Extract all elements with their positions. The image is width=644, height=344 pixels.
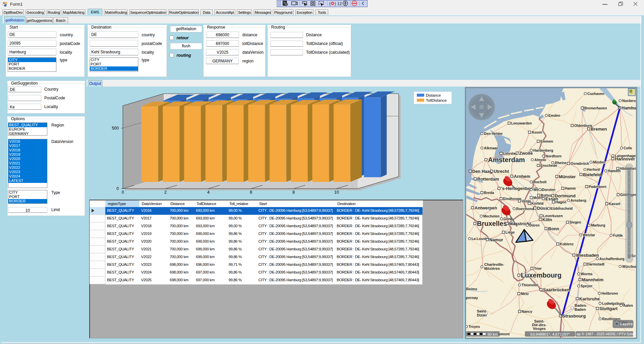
svg-text:Osnabrück: Osnabrück [571, 161, 589, 165]
svg-text:Liège: Liège [505, 230, 515, 234]
svg-text:Münster: Münster [559, 174, 576, 179]
svg-text:Hardenberg: Hardenberg [533, 148, 553, 152]
svg-text:0: 0 [122, 190, 124, 195]
svg-text:Saint-: Saint- [477, 309, 487, 313]
svg-text:Speyer: Speyer [581, 284, 592, 288]
svg-text:Karlsruhe: Karlsruhe [579, 296, 600, 301]
svg-text:Mannheim: Mannheim [582, 277, 603, 282]
svg-text:Layers: Layers [620, 322, 633, 326]
svg-text:Distance: Distance [426, 93, 441, 97]
svg-text:53,948801°, 4,671297°: 53,948801°, 4,671297° [530, 332, 570, 336]
svg-text:Hagen: Hagen [555, 200, 566, 204]
svg-text:Bremerhaven: Bremerhaven [584, 106, 607, 110]
svg-text:Breda: Breda [484, 191, 494, 195]
svg-text:500: 500 [112, 126, 119, 131]
svg-text:Hambu: Hambu [622, 105, 636, 110]
svg-text:Metz: Metz [521, 292, 529, 296]
svg-text:Oldenburg: Oldenburg [574, 124, 592, 128]
svg-text:Wiesbaden: Wiesbaden [576, 253, 599, 258]
svg-text:Dorsten: Dorsten [542, 188, 555, 192]
svg-text:Hamm: Hamm [565, 186, 576, 190]
svg-text:10: 10 [334, 190, 339, 195]
svg-text:0: 0 [116, 186, 119, 191]
svg-text:Aalen: Aalen [623, 303, 633, 307]
svg-text:Bocholt: Bocholt [533, 180, 547, 184]
svg-text:Nancy: Nancy [522, 309, 532, 313]
svg-text:Arnhem: Arnhem [514, 174, 530, 179]
svg-text:}: } [335, 1, 336, 6]
svg-text:Darmstadt: Darmstadt [587, 262, 605, 266]
svg-text:Düren: Düren [529, 223, 540, 227]
svg-text:Rheine: Rheine [555, 161, 566, 165]
svg-text:Emden: Emden [548, 113, 560, 117]
svg-text:Utrecht: Utrecht [494, 169, 509, 174]
svg-text:Leeuwarden: Leeuwarden [511, 121, 532, 125]
svg-text:Lelystad: Lelystad [503, 151, 517, 155]
svg-text:Heilbronn: Heilbronn [601, 291, 618, 295]
svg-text:Cuxhaven: Cuxhaven [587, 92, 604, 96]
svg-text:Paderborn: Paderborn [589, 185, 606, 189]
svg-text:Marburg: Marburg [591, 223, 605, 227]
svg-text:Nordhorn: Nordhorn [545, 154, 561, 158]
svg-text:4: 4 [207, 190, 210, 195]
svg-text:Strasbourg: Strasbourg [562, 313, 586, 318]
svg-text:Hannover: Hannover [615, 156, 635, 161]
svg-text:Baden-: Baden- [575, 303, 587, 307]
svg-text:2: 2 [164, 190, 167, 195]
svg-text:Wetzlar: Wetzlar [583, 233, 595, 237]
svg-text:Köln: Köln [542, 217, 552, 222]
svg-text:Saarbrücken: Saarbrücken [543, 287, 569, 292]
svg-text:Baden: Baden [575, 307, 586, 311]
svg-text:Minden: Minden [593, 160, 605, 164]
svg-text:TollDistance: TollDistance [426, 98, 447, 102]
svg-text:Dortmund: Dortmund [555, 193, 576, 198]
svg-text:6: 6 [250, 190, 252, 195]
svg-text:Almelo: Almelo [534, 158, 546, 162]
svg-text:Trier: Trier [534, 266, 542, 271]
svg-text:{: { [329, 1, 331, 6]
svg-text:50 km: 50 km [488, 332, 498, 336]
svg-text:Siegen: Siegen [569, 220, 581, 224]
svg-text:Bonn: Bonn [548, 226, 559, 231]
svg-text:Fulda: Fulda [613, 233, 623, 237]
svg-text:Antwerpen: Antwerpen [475, 205, 497, 210]
svg-text:Assen: Assen [532, 130, 542, 134]
svg-text:Vosges: Vosges [533, 327, 546, 331]
svg-text:Mechelen: Mechelen [483, 214, 499, 218]
svg-text:Namur: Namur [489, 237, 503, 242]
svg-text:Bremen: Bremen [591, 127, 607, 132]
svg-text:8: 8 [293, 190, 295, 195]
svg-text:Worms: Worms [581, 272, 593, 276]
svg-text:Celle: Celle [624, 146, 632, 150]
svg-text:Koblenz: Koblenz [560, 242, 574, 246]
svg-text:Stuttgart: Stuttgart [599, 306, 618, 311]
svg-text:Krefeld: Krefeld [531, 201, 544, 205]
svg-text:Herford: Herford [587, 167, 600, 171]
svg-text:12: 12 [337, 1, 342, 6]
svg-text:Den Helder: Den Helder [484, 132, 503, 136]
svg-text:Dizier: Dizier [477, 313, 487, 317]
svg-text:Bielefeld: Bielefeld [583, 172, 601, 177]
svg-text:Alkmaar: Alkmaar [484, 146, 498, 150]
svg-text:Rotterdam: Rotterdam [477, 177, 499, 182]
svg-text:Troyes: Troyes [468, 325, 480, 329]
svg-text:Kassel: Kassel [609, 202, 620, 206]
svg-text:ap © 1987 - 2025 HERE / PTV Gm: ap © 1987 - 2025 HERE / PTV GmbH [577, 332, 637, 336]
svg-text:Aschaffenburg: Aschaffenburg [599, 257, 625, 261]
svg-text:Roermond: Roermond [516, 207, 534, 211]
svg-text:Bruxelles: Bruxelles [477, 220, 507, 227]
svg-text:Leverkusen: Leverkusen [543, 214, 563, 218]
svg-text:umont: umont [498, 332, 510, 336]
svg-text:Thionville: Thionville [522, 283, 538, 287]
svg-text:Emmen: Emmen [540, 139, 553, 143]
svg-text:Den Haag: Den Haag [472, 169, 492, 174]
svg-text:Charleville-: Charleville- [484, 262, 504, 266]
svg-text:Amsterdam: Amsterdam [488, 156, 525, 163]
svg-text:Lüdenscheid: Lüdenscheid [551, 206, 573, 210]
svg-text:Mézières: Mézières [484, 266, 500, 271]
svg-text:Arnsberg: Arnsberg [571, 198, 586, 202]
svg-text:Luxembourg: Luxembourg [521, 272, 561, 279]
